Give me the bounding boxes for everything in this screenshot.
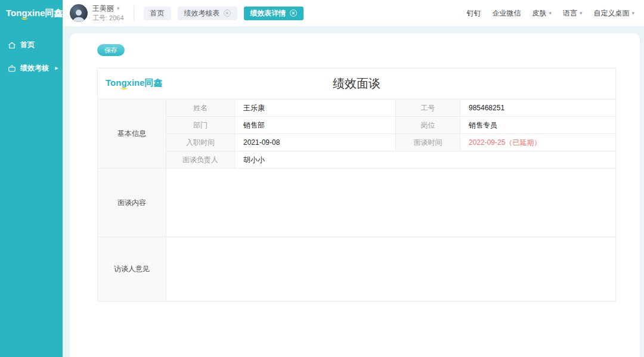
main-column: 王美丽 ▾ 工号: 2064 首页 绩效考核表 × 绩效表详情 ×: [63, 0, 644, 357]
close-icon[interactable]: ×: [224, 10, 231, 17]
sidebar-item-label: 绩效考核: [20, 63, 49, 73]
field-label-interviewer: 面谈负责人: [166, 151, 235, 169]
menu-label: 自定义桌面: [593, 8, 629, 18]
brand-logo: Tongxine同鑫: [6, 8, 63, 19]
field-label-position: 岗位: [396, 117, 460, 134]
form-title-row: Tongxine同鑫 绩效面谈: [98, 69, 616, 100]
logo-smile-icon: g: [21, 8, 27, 18]
briefcase-icon: [8, 64, 16, 73]
group-label-basic-info: 基本信息: [98, 100, 166, 169]
header-divider: [134, 5, 134, 21]
field-value-interview-date-overdue: 2022-09-25（已延期）: [460, 134, 616, 151]
tab-label: 绩效表详情: [250, 8, 286, 18]
field-label-department: 部门: [166, 117, 235, 134]
logo-text-2: xine: [27, 8, 45, 18]
logo-text: Ton: [106, 77, 121, 88]
table-row: 面谈内容: [98, 169, 616, 237]
user-menu[interactable]: 王美丽 ▾ 工号: 2064: [92, 4, 124, 22]
table-row: 入职时间 2021-09-08 面谈时间 2022-09-25（已延期）: [98, 134, 616, 151]
save-button[interactable]: 保存: [97, 44, 125, 56]
tab-bar: 首页 绩效考核表 × 绩效表详情 ×: [144, 7, 304, 20]
menu-wecom[interactable]: 企业微信: [492, 8, 521, 18]
menu-skin[interactable]: 皮肤 ▾: [532, 8, 552, 18]
form-brand-logo: Tongxine同鑫: [106, 77, 163, 89]
sidebar-item-label: 首页: [20, 40, 35, 50]
tab-performance-forms[interactable]: 绩效考核表 ×: [178, 7, 237, 20]
field-value-department: 销售部: [235, 117, 396, 134]
menu-dingtalk[interactable]: 钉钉: [466, 8, 481, 18]
menu-label: 皮肤: [532, 8, 546, 18]
submenu-arrow-icon: ▸: [55, 66, 58, 71]
interview-content-input[interactable]: [166, 169, 616, 237]
home-icon: [8, 41, 16, 49]
interviewer-opinion-input[interactable]: [166, 237, 616, 302]
tab-home[interactable]: 首页: [144, 7, 171, 20]
logo-cn: 同鑫: [45, 8, 63, 18]
logo-cn: 同鑫: [145, 77, 163, 88]
tab-label: 首页: [150, 8, 165, 18]
app-root: Tongxine同鑫 首页 绩效考核 ▸ 王美丽 ▾: [0, 0, 644, 357]
tab-label: 绩效考核表: [184, 8, 220, 18]
field-label-employee-no: 工号: [396, 100, 460, 117]
table-row: 面谈负责人 胡小小: [98, 151, 616, 169]
field-value-name: 王乐康: [235, 100, 396, 117]
field-value-hire-date: 2021-09-08: [235, 134, 396, 151]
field-label-hire-date: 入职时间: [166, 134, 235, 151]
top-header: 王美丽 ▾ 工号: 2064 首页 绩效考核表 × 绩效表详情 ×: [63, 0, 644, 26]
header-actions: 钉钉 企业微信 皮肤 ▾ 语言 ▾ 自定义桌面 ▾: [466, 8, 634, 18]
field-value-employee-no: 985468251: [460, 100, 616, 117]
sidebar-item-home[interactable]: 首页: [0, 33, 63, 57]
sidebar-item-performance[interactable]: 绩效考核 ▸: [0, 57, 63, 80]
menu-label: 企业微信: [492, 8, 521, 18]
user-name: 王美丽: [92, 4, 114, 13]
content-card: 保存 Tongxine同鑫 绩效面谈 基本信息 姓名 王乐康: [70, 33, 640, 357]
user-employee-no: 工号: 2064: [92, 14, 124, 22]
user-avatar[interactable]: [70, 4, 88, 22]
chevron-down-icon: ▾: [580, 10, 583, 16]
menu-language[interactable]: 语言 ▾: [563, 8, 583, 18]
menu-label: 语言: [563, 8, 577, 18]
chevron-down-icon: ▾: [117, 5, 120, 12]
chevron-down-icon: ▾: [549, 10, 552, 16]
tab-form-detail[interactable]: 绩效表详情 ×: [244, 7, 304, 20]
field-value-position: 销售专员: [460, 117, 616, 134]
menu-custom-desktop[interactable]: 自定义桌面 ▾: [593, 8, 634, 18]
field-label-name: 姓名: [166, 100, 235, 117]
menu-label: 钉钉: [466, 8, 481, 18]
chevron-down-icon: ▾: [631, 10, 634, 16]
logo-smile-icon: g: [121, 77, 126, 88]
form-title: 绩效面谈: [98, 76, 615, 92]
table-row: 部门 销售部 岗位 销售专员: [98, 117, 616, 134]
section-label-interviewer-opinion: 访谈人意见: [98, 237, 166, 302]
sidebar: Tongxine同鑫 首页 绩效考核 ▸: [0, 0, 63, 357]
sidebar-menu: 首页 绩效考核 ▸: [0, 33, 63, 80]
section-label-interview-content: 面谈内容: [98, 169, 166, 237]
person-icon: [70, 6, 88, 22]
field-value-interviewer: 胡小小: [235, 151, 616, 169]
content-area: 保存 Tongxine同鑫 绩效面谈 基本信息 姓名 王乐康: [63, 26, 644, 357]
close-icon[interactable]: ×: [290, 10, 297, 17]
table-row: 访谈人意见: [98, 237, 616, 302]
table-row: 基本信息 姓名 王乐康 工号 985468251: [98, 100, 616, 117]
logo-text-2: xine: [127, 77, 145, 88]
interview-form-table: Tongxine同鑫 绩效面谈 基本信息 姓名 王乐康 工号 985468251…: [97, 68, 616, 302]
logo-text: Ton: [6, 8, 21, 18]
field-label-interview-date: 面谈时间: [396, 134, 460, 151]
